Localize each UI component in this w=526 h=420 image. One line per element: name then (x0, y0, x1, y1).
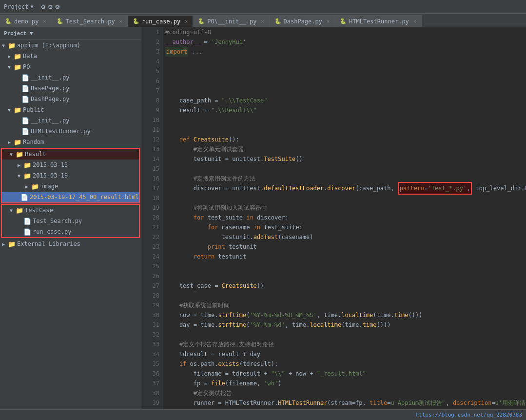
code-str-36b: "_result.html" (317, 369, 366, 379)
code-comment-38: #定义测试报告 (165, 388, 232, 398)
code-func-12: Creatsuite (194, 135, 229, 144)
folder-icon-public: 📁 (14, 106, 21, 114)
code-line-7 (165, 86, 526, 96)
tab-label: Test_Search.py (66, 18, 115, 25)
tab-demo-py[interactable]: 🐍 demo.py ✕ (0, 15, 52, 27)
arrow-appium: ▼ (2, 43, 8, 48)
tree-item-htmltestrunner[interactable]: 📄 HTMLTestRunner.py (0, 126, 141, 137)
tree-item-init-po[interactable]: 📄 __init__.py (0, 72, 141, 83)
code-line-32 (165, 330, 526, 340)
tree-item-data[interactable]: ▶ 📁 Data (0, 51, 141, 61)
status-bar: https://blog.csdn.net/qq_22820783 (0, 409, 526, 420)
tab-close-dash[interactable]: ✕ (327, 19, 330, 24)
tab-close-run[interactable]: ✕ (185, 19, 188, 24)
code-line-38: #定义测试报告 (165, 388, 526, 398)
dropdown-arrow[interactable]: ▼ (31, 4, 34, 9)
file-icon-result-html: 📄 (20, 194, 28, 201)
settings-icon-2[interactable]: ⚙ (48, 3, 52, 11)
line-num-26: 26 (141, 271, 163, 281)
code-text-31c: (time. (341, 320, 362, 330)
code-text-34: tdresult = result + day (165, 349, 260, 359)
tab-dashpage[interactable]: 🐍 DashPage.py ✕ (270, 15, 335, 27)
tree-label-test-search: Test_Search.py (33, 218, 82, 224)
line-num-37: 37 (141, 379, 163, 388)
code-editor[interactable]: 1 2 3 4 5 6 7 8 9 10 11 12 13 14 15 16 1… (141, 27, 526, 409)
tree-item-external-libs[interactable]: ▶ 📁 External Libraries (0, 239, 141, 249)
tree-item-test-search[interactable]: 📄 Test_Search.py (2, 216, 139, 226)
tab-close-html[interactable]: ✕ (413, 19, 416, 24)
code-line-20: for test_suite in discover: (165, 213, 526, 222)
tab-icon: 🐍 (133, 18, 139, 24)
code-func-30: strftime (218, 310, 246, 320)
tab-close-po[interactable]: ✕ (261, 19, 264, 24)
arrow-testcase: ▼ (10, 208, 16, 213)
sidebar-title: Project ▼ (4, 30, 33, 37)
tree-item-2015-03-13[interactable]: ▶ 📁 2015-03-13 (2, 160, 139, 170)
tree-item-run-case[interactable]: 📄 run_case.py (2, 226, 139, 237)
code-line-21: for casename in test_suite: (165, 222, 526, 232)
code-text-20: discover: (257, 213, 289, 222)
tree-item-init-public[interactable]: 📄 __init__.py (0, 115, 141, 126)
code-line-14: testunit = unittest.TestSuite() (165, 154, 526, 164)
tree-item-result[interactable]: ▼ 📁 Result (2, 149, 139, 160)
arrow-2015-03-19: ▼ (18, 173, 23, 179)
tree-label-image: image (40, 183, 58, 190)
tree-label-po: PO (23, 63, 30, 70)
tabs-bar: 🐍 demo.py ✕ 🐍 Test_Search.py ✕ 🐍 run_cas… (0, 14, 526, 27)
code-paren-35: (tdresult): (239, 359, 278, 369)
code-func-31: strftime (218, 320, 246, 330)
tree-item-2015-03-19[interactable]: ▼ 📁 2015-03-19 (2, 170, 139, 181)
code-content-area[interactable]: #coding=utf-8 __author__ = 'JennyHui' im… (163, 27, 526, 409)
code-text-30d: ())) (409, 310, 423, 320)
tree-item-public[interactable]: ▼ 📁 Public (0, 104, 141, 115)
code-text-27: test_case = (165, 281, 222, 291)
line-num-33: 33 (141, 340, 163, 349)
tab-close-demo[interactable]: ✕ (43, 19, 46, 24)
tab-run-case[interactable]: 🐍 run_case.py ✕ (128, 15, 194, 27)
tree-label-testcase: TestCase (25, 207, 53, 214)
tab-test-search[interactable]: 🐍 Test_Search.py ✕ (52, 15, 128, 27)
file-icon-test-search: 📄 (23, 218, 31, 225)
tree-label-2015-03-19: 2015-03-19 (33, 172, 68, 179)
code-var-21: casename (222, 222, 253, 232)
line-num-2: 2 (141, 37, 163, 47)
tab-close-test[interactable]: ✕ (119, 19, 122, 24)
code-comment-16: #定搜索用例文件的方法 (165, 174, 255, 183)
code-func-35: exists (218, 359, 239, 369)
code-kw-35: if (165, 359, 190, 369)
tab-label: PO\__init__.py (207, 18, 256, 25)
tab-label: demo.py (14, 18, 39, 25)
tree-item-dashpage[interactable]: 📄 DashPage.py (0, 94, 141, 104)
code-line-2: __author__ = 'JennyHui' (165, 37, 526, 47)
code-text-30a: now = time. (165, 310, 218, 320)
tree-item-appium[interactable]: ▼ 📁 appium (E:\appium) (0, 40, 141, 51)
tree-item-basepage[interactable]: 📄 BasePage.py (0, 83, 141, 94)
code-line-23: print testunit (165, 242, 526, 252)
tree-label-external-libs: External Libraries (17, 240, 80, 247)
tab-label: DashPage.py (284, 18, 322, 25)
tree-item-testcase[interactable]: ▼ 📁 TestCase (2, 205, 139, 216)
code-str-30: '%Y-%m-%d-%H_%M_%S' (250, 310, 316, 320)
arrow-data: ▶ (8, 54, 14, 59)
tree-label-dashpage: DashPage.py (31, 96, 69, 102)
tab-htmltestrunner[interactable]: 🐍 HTMLTestRunner.py ✕ (335, 15, 422, 27)
code-text-2b: = (200, 37, 211, 47)
tree-item-po[interactable]: ▼ 📁 PO (0, 61, 141, 72)
code-text-1: #coding=utf-8 (165, 27, 211, 37)
folder-icon-2015-03-19: 📁 (23, 172, 31, 180)
tree-item-image[interactable]: ▶ 📁 image (2, 181, 139, 192)
code-func-31b: localtime (310, 320, 341, 330)
project-label: Project (4, 3, 29, 10)
tree-item-result-html[interactable]: 📄 2015-03-19-17_45_00_result.html (2, 192, 139, 202)
code-eq-39b: = (491, 398, 495, 408)
tab-po-init[interactable]: 🐍 PO\__init__.py ✕ (193, 15, 269, 27)
file-icon-basepage: 📄 (21, 85, 29, 92)
arrow-external-libs: ▶ (2, 241, 8, 247)
code-text-37b: (filename, (225, 379, 264, 388)
status-url: https://blog.csdn.net/qq_22820783 (415, 412, 522, 418)
settings-icon-3[interactable]: ⚙ (55, 3, 59, 11)
tree-item-random[interactable]: ▶ 📁 Random (0, 137, 141, 147)
tab-label: HTMLTestRunner.py (349, 18, 409, 25)
code-paren-12: (): (229, 135, 239, 144)
settings-icon-1[interactable]: ⚙ (41, 3, 45, 11)
